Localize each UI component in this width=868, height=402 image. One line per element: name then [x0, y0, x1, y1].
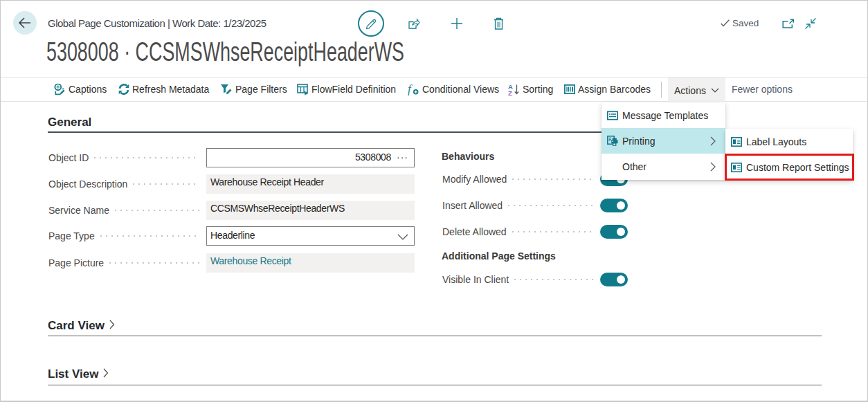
- svg-text:5308008 · CCSMSWhseReceiptHead: 5308008 · CCSMSWhseReceiptHeaderWS: [46, 39, 404, 66]
- svg-text:Z: Z: [508, 89, 512, 95]
- svg-text:f: f: [408, 84, 413, 95]
